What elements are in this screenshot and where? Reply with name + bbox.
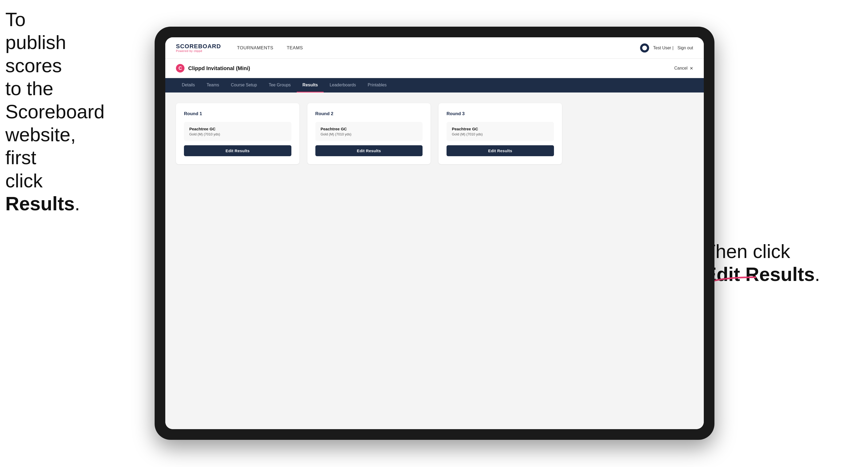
round-1-course-card: Peachtree GC Gold (M) (7010 yds) (184, 122, 291, 141)
cancel-x-icon: ✕ (690, 66, 693, 71)
tournament-icon: C (176, 64, 184, 72)
tab-leaderboards[interactable]: Leaderboards (323, 78, 362, 93)
instruction-line4: click Results. (5, 170, 80, 214)
tab-tee-groups[interactable]: Tee Groups (263, 78, 297, 93)
tablet-frame: SCOREBOARD Powered by clippd TOURNAMENTS… (155, 27, 714, 440)
round-4-empty (570, 103, 693, 164)
round-3-card: Round 3 Peachtree GC Gold (M) (7010 yds)… (438, 103, 562, 164)
nav-signout-button[interactable]: Sign out (677, 45, 693, 51)
instruction-right-bold: Edit Results (704, 263, 815, 285)
instruction-line2: to the Scoreboard (5, 78, 104, 122)
round-1-edit-results-button[interactable]: Edit Results (184, 145, 291, 156)
user-avatar-inner (642, 45, 647, 51)
logo-text: SCOREBOARD (176, 43, 221, 49)
instruction-line1: To publish scores (5, 9, 66, 76)
tablet-screen: SCOREBOARD Powered by clippd TOURNAMENTS… (165, 37, 704, 429)
round-3-course-card: Peachtree GC Gold (M) (7010 yds) (446, 122, 554, 141)
round-1-course-name: Peachtree GC (189, 127, 286, 131)
main-content: Round 1 Peachtree GC Gold (M) (7010 yds)… (165, 93, 704, 429)
nav-right: Test User | Sign out (640, 43, 693, 53)
sub-nav: Details Teams Course Setup Tee Groups Re… (165, 78, 704, 93)
nav-user-label: Test User | (653, 45, 673, 51)
round-3-edit-results-button[interactable]: Edit Results (446, 145, 554, 156)
round-2-course-details: Gold (M) (7010 yds) (321, 132, 417, 136)
instruction-line3: website, first (5, 124, 76, 168)
instruction-right-line1: Then click (704, 241, 790, 262)
tab-teams[interactable]: Teams (201, 78, 225, 93)
tournament-title-area: C Clippd Invitational (Mini) (176, 64, 250, 72)
round-1-card: Round 1 Peachtree GC Gold (M) (7010 yds)… (176, 103, 299, 164)
round-1-title: Round 1 (184, 111, 291, 117)
nav-tournaments[interactable]: TOURNAMENTS (237, 45, 273, 51)
round-3-course-details: Gold (M) (7010 yds) (452, 132, 549, 136)
nav-links: TOURNAMENTS TEAMS (237, 45, 640, 51)
cancel-button[interactable]: Cancel ✕ (674, 66, 693, 71)
instruction-left: To publish scores to the Scoreboard webs… (5, 8, 80, 215)
rounds-grid: Round 1 Peachtree GC Gold (M) (7010 yds)… (176, 103, 693, 164)
round-2-card: Round 2 Peachtree GC Gold (M) (7010 yds)… (307, 103, 431, 164)
top-nav: SCOREBOARD Powered by clippd TOURNAMENTS… (165, 37, 704, 59)
tab-details[interactable]: Details (176, 78, 201, 93)
cancel-label: Cancel (674, 66, 687, 71)
tab-results[interactable]: Results (297, 78, 324, 93)
round-2-edit-results-button[interactable]: Edit Results (315, 145, 423, 156)
tournament-name: Clippd Invitational (Mini) (188, 65, 250, 71)
instruction-right: Then click Edit Results. (704, 240, 820, 286)
round-2-title: Round 2 (315, 111, 423, 117)
tab-printables[interactable]: Printables (362, 78, 393, 93)
tab-course-setup[interactable]: Course Setup (225, 78, 263, 93)
round-2-course-card: Peachtree GC Gold (M) (7010 yds) (315, 122, 423, 141)
logo-sub: Powered by clippd (176, 49, 221, 53)
user-avatar (640, 43, 649, 53)
nav-teams[interactable]: TEAMS (286, 45, 303, 51)
logo-area: SCOREBOARD Powered by clippd (176, 43, 221, 53)
round-1-course-details: Gold (M) (7010 yds) (189, 132, 286, 136)
round-3-title: Round 3 (446, 111, 554, 117)
tournament-header: C Clippd Invitational (Mini) Cancel ✕ (165, 59, 704, 78)
round-3-course-name: Peachtree GC (452, 127, 549, 131)
round-2-course-name: Peachtree GC (321, 127, 417, 131)
